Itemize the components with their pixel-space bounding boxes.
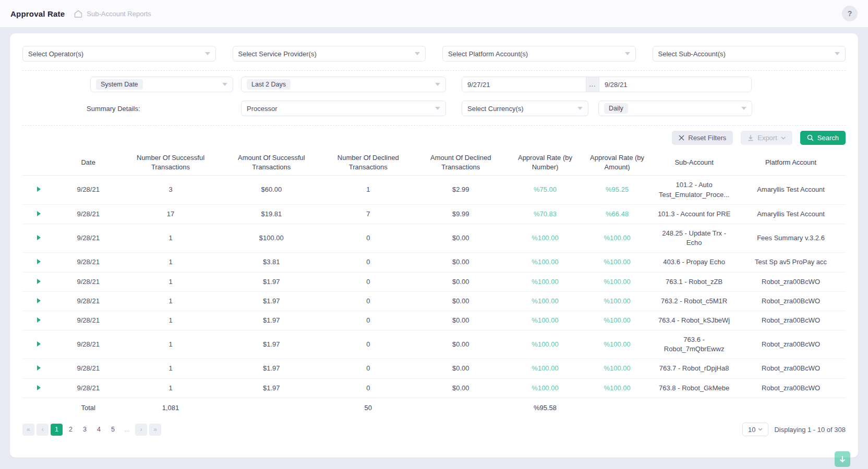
platform-account-select[interactable]: Select Platform Account(s) bbox=[442, 46, 636, 61]
cell-rate_by_number: %100.00 bbox=[508, 311, 582, 330]
cell-rate_by_number: %100.00 bbox=[508, 359, 582, 378]
cell-rate_by_amount: %100.00 bbox=[582, 378, 652, 398]
page-button-5[interactable]: 5 bbox=[107, 424, 119, 436]
expand-arrow-icon bbox=[37, 211, 41, 216]
cell-date: 9/28/21 bbox=[55, 359, 121, 378]
table-row: 9/28/211$1.970$0.00%100.00%100.00763.7 -… bbox=[22, 359, 846, 378]
service-provider-select[interactable]: Select Service Provider(s) bbox=[233, 46, 426, 61]
search-button[interactable]: Search bbox=[800, 131, 846, 145]
page-buttons: «‹12345...›» bbox=[22, 424, 163, 436]
cell-declined_amount: $0.00 bbox=[414, 330, 508, 359]
pagination-right: 10 Displaying 1 - 10 of 308 bbox=[742, 423, 846, 436]
pagination-summary: Displaying 1 - 10 of 308 bbox=[774, 426, 846, 434]
date-range-separator[interactable]: ... bbox=[586, 77, 599, 92]
column-header-success_amount: Amount Of Successful Transactions bbox=[220, 150, 323, 176]
help-button[interactable]: ? bbox=[842, 6, 858, 21]
export-button[interactable]: Export bbox=[741, 131, 792, 145]
cell-declined_amount: $9.99 bbox=[414, 204, 508, 224]
breadcrumb[interactable]: Sub-Account Reports bbox=[74, 10, 151, 18]
cell-sub_account: 763.7 - Robot_rDpjHa8 bbox=[652, 359, 736, 378]
cell-platform_account: Robot_zra00BcWO bbox=[736, 311, 846, 330]
cell-rate_by_number: %100.00 bbox=[508, 253, 582, 272]
cell-declined_amount: $0.00 bbox=[414, 311, 508, 330]
date-from-input[interactable]: 9/27/21 bbox=[462, 77, 586, 92]
expand-row-button[interactable] bbox=[22, 311, 55, 330]
cell-declined_amount: $0.00 bbox=[414, 291, 508, 311]
expand-row-button[interactable] bbox=[22, 291, 55, 311]
reset-filters-button[interactable]: Reset Filters bbox=[672, 131, 733, 145]
cell-rate_by_amount: %100.00 bbox=[582, 224, 652, 252]
filters-row-1: Select Operator(s) Select Service Provid… bbox=[22, 46, 846, 61]
cell-platform_account: Robot_zra00BcWO bbox=[736, 291, 846, 311]
total-success-amount bbox=[220, 398, 323, 418]
date-range-select[interactable]: Last 2 Days bbox=[241, 77, 446, 92]
cell-success_amount: $19.81 bbox=[220, 204, 323, 224]
cell-success_count: 1 bbox=[121, 272, 220, 291]
chevron-down-icon bbox=[625, 52, 630, 55]
cell-platform_account: Fees Summary v.3.2.6 bbox=[736, 224, 846, 252]
currency-select[interactable]: Select Currency(s) bbox=[462, 101, 588, 116]
next-page-button[interactable]: › bbox=[135, 424, 147, 436]
scroll-down-button[interactable] bbox=[835, 451, 850, 467]
operator-select[interactable]: Select Operator(s) bbox=[22, 46, 216, 61]
cell-date: 9/28/21 bbox=[55, 204, 121, 224]
expand-row-button[interactable] bbox=[22, 359, 55, 378]
date-type-select[interactable]: System Date bbox=[90, 77, 233, 92]
page-button-2[interactable]: 2 bbox=[65, 424, 77, 436]
page-button-4[interactable]: 4 bbox=[93, 424, 105, 436]
cell-success_count: 1 bbox=[121, 253, 220, 272]
expand-row-button[interactable] bbox=[22, 224, 55, 252]
table-row: 9/28/211$1.970$0.00%100.00%100.00763.1 -… bbox=[22, 272, 846, 291]
cell-declined_count: 0 bbox=[323, 359, 414, 378]
page-size-select[interactable]: 10 bbox=[742, 423, 768, 436]
cell-success_amount: $3.81 bbox=[220, 253, 323, 272]
download-icon bbox=[748, 134, 754, 141]
column-header-declined_count: Number Of Declined Transactions bbox=[323, 150, 414, 176]
expand-row-button[interactable] bbox=[22, 176, 55, 204]
interval-select[interactable]: Daily bbox=[598, 101, 752, 116]
expand-arrow-icon bbox=[37, 317, 41, 323]
last-page-button[interactable]: » bbox=[149, 424, 161, 436]
table-row: 9/28/211$1.970$0.00%100.00%100.00763.4 -… bbox=[22, 311, 846, 330]
cell-rate_by_number: %100.00 bbox=[508, 272, 582, 291]
expand-row-button[interactable] bbox=[22, 204, 55, 224]
date-type-chip: System Date bbox=[96, 79, 143, 90]
page-button-3[interactable]: 3 bbox=[79, 424, 91, 436]
summary-by-select[interactable]: Processor bbox=[241, 101, 446, 116]
date-range-chip: Last 2 Days bbox=[247, 79, 291, 90]
date-range-inputs: 9/27/21 ... 9/28/21 bbox=[462, 77, 752, 92]
expand-arrow-icon bbox=[37, 365, 41, 371]
previous-page-button[interactable]: ‹ bbox=[37, 424, 49, 436]
close-icon bbox=[679, 135, 684, 141]
expand-row-button[interactable] bbox=[22, 272, 55, 291]
sub-account-select[interactable]: Select Sub-Account(s) bbox=[653, 46, 846, 61]
cell-sub_account: 763.1 - Robot_zZB bbox=[652, 272, 736, 291]
first-page-button[interactable]: « bbox=[22, 424, 34, 436]
sub-account-select-placeholder: Select Sub-Account(s) bbox=[658, 50, 726, 58]
cell-declined_count: 0 bbox=[323, 272, 414, 291]
cell-success_amount: $60.00 bbox=[220, 176, 323, 204]
page-button-1[interactable]: 1 bbox=[51, 424, 63, 436]
cell-declined_count: 0 bbox=[323, 224, 414, 252]
currency-select-placeholder: Select Currency(s) bbox=[467, 105, 524, 113]
breadcrumb-label: Sub-Account Reports bbox=[87, 10, 151, 18]
cell-date: 9/28/21 bbox=[55, 378, 121, 398]
search-icon bbox=[807, 134, 814, 141]
cell-success_count: 1 bbox=[121, 359, 220, 378]
chevron-down-icon bbox=[222, 83, 227, 86]
chevron-down-icon bbox=[781, 137, 786, 140]
expand-arrow-icon bbox=[37, 385, 41, 390]
actions-bar: Reset Filters Export Search bbox=[22, 131, 846, 145]
chevron-down-icon bbox=[415, 52, 420, 55]
expand-row-button[interactable] bbox=[22, 330, 55, 359]
expand-row-button[interactable] bbox=[22, 378, 55, 398]
export-label: Export bbox=[757, 134, 777, 142]
cell-declined_count: 0 bbox=[323, 378, 414, 398]
expand-arrow-icon bbox=[37, 341, 41, 347]
column-header-declined_amount: Amount Of Declined Transactions bbox=[414, 150, 508, 176]
date-to-input[interactable]: 9/28/21 bbox=[599, 77, 751, 92]
chevron-down-icon bbox=[577, 107, 583, 110]
cell-sub_account: 403.6 - Propay Echo bbox=[652, 253, 736, 272]
table-row: 9/28/211$1.970$0.00%100.00%100.00763.2 -… bbox=[22, 291, 846, 311]
expand-row-button[interactable] bbox=[22, 253, 55, 272]
